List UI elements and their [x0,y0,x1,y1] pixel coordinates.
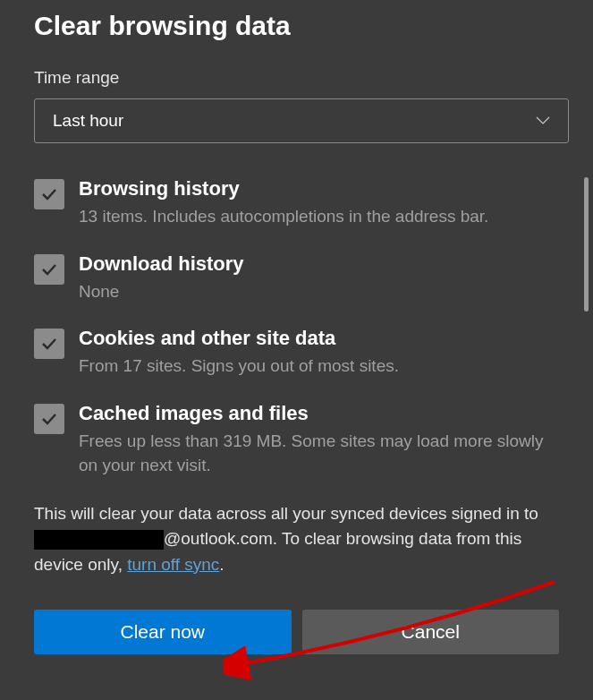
option-cookies: Cookies and other site data From 17 site… [34,327,559,379]
checkmark-icon [40,260,58,278]
options-list: Browsing history 13 items. Includes auto… [34,177,559,478]
option-title: Download history [79,252,559,276]
redacted-email [34,530,164,550]
option-desc: 13 items. Includes autocompletions in th… [79,204,559,229]
option-desc: Frees up less than 319 MB. Some sites ma… [79,429,559,478]
time-range-select[interactable]: Last hour [34,98,569,143]
chevron-down-icon [536,114,550,128]
option-cached: Cached images and files Frees up less th… [34,402,559,478]
time-range-value: Last hour [53,111,123,131]
scrollbar[interactable] [584,177,589,312]
checkbox-download-history[interactable] [34,254,64,285]
checkbox-cookies[interactable] [34,329,64,359]
sync-notice-text2: . [219,555,224,574]
turn-off-sync-link[interactable]: turn off sync [127,555,219,574]
time-range-label: Time range [34,68,559,88]
option-download-history: Download history None [34,252,559,304]
option-title: Cached images and files [79,402,559,425]
sync-notice-text1: This will clear your data across all you… [34,504,538,523]
option-desc: From 17 sites. Signs you out of most sit… [79,354,559,379]
clear-now-button[interactable]: Clear now [34,610,292,654]
option-browsing-history: Browsing history 13 items. Includes auto… [34,177,559,229]
button-row: Clear now Cancel [34,610,559,654]
checkbox-cached[interactable] [34,404,64,434]
checkmark-icon [40,335,58,353]
option-title: Browsing history [79,177,559,201]
dialog-title: Clear browsing data [34,11,559,41]
checkbox-browsing-history[interactable] [34,179,64,209]
option-desc: None [79,279,559,304]
checkmark-icon [40,185,58,203]
sync-notice: This will clear your data across all you… [34,501,559,578]
checkmark-icon [40,410,58,428]
cancel-button[interactable]: Cancel [302,610,560,654]
option-title: Cookies and other site data [79,327,559,350]
